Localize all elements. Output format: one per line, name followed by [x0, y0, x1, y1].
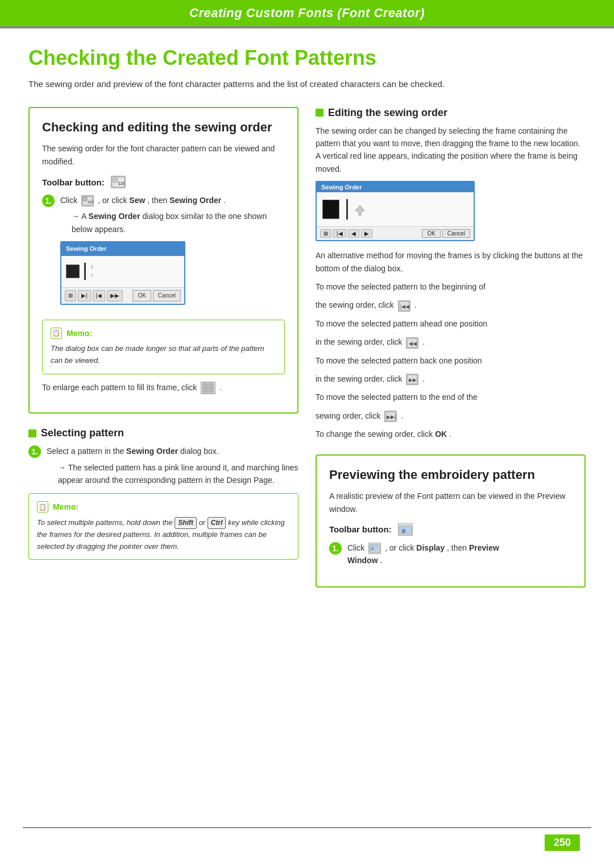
alt-method-text: An alternative method for moving the fra…	[316, 249, 586, 275]
dialog-mini-btn-2[interactable]: ▶|	[78, 290, 91, 301]
dialog-right-btn-2[interactable]: |◀	[333, 229, 346, 238]
selecting-pattern-section: Selecting pattern 1. Select a pattern in…	[28, 427, 298, 560]
step-preview-content: Click ||| , or click Display , then Prev…	[347, 542, 572, 567]
move-ahead-icon: ◀◀	[406, 337, 418, 349]
bottom-border-line	[23, 827, 591, 828]
dialog-swatch-right	[322, 200, 339, 219]
move-ahead-click-para: in the sewing order, click ◀◀ .	[316, 336, 586, 348]
step-1-number: 1.	[42, 195, 55, 207]
dialog-mini-btn-3[interactable]: |◀	[93, 290, 106, 301]
preview-window-bold: Preview	[469, 543, 499, 552]
move-ahead-text: To move the selected pattern ahead one p…	[316, 319, 487, 328]
move-end-text: To move the selected pattern to the end …	[316, 392, 478, 402]
step-select-1: 1. Select a pattern in the Sewing Order …	[28, 445, 298, 486]
dialog-right-btn-4[interactable]: ▶	[361, 229, 372, 238]
move-beginning-text: To move the selected pattern to the begi…	[316, 282, 486, 291]
toolbar-label-text: Toolbar button:	[42, 177, 105, 187]
preview-period: .	[380, 556, 382, 565]
move-end-icon: ▶▶|	[384, 411, 397, 422]
svg-marker-11	[355, 205, 364, 216]
preview-desc: A realistic preview of the Font pattern …	[329, 490, 572, 515]
move-back-para: To move the selected pattern back one po…	[316, 354, 586, 367]
step1-result-arrow: → A	[72, 212, 89, 221]
memo-box-1: 📋 Memo: The dialog box can be made longe…	[42, 320, 285, 374]
page-subtitle: The sewing order and preview of the font…	[28, 78, 586, 91]
change-order-text: To change the sewing order, click	[316, 429, 435, 439]
memo-header-2: 📋 Memo:	[37, 501, 290, 513]
dialog-right-cancel[interactable]: Cancel	[442, 229, 470, 238]
checking-editing-title: Checking and editing the sewing order	[42, 119, 285, 136]
svg-text:|||: |||	[371, 547, 374, 550]
svg-text:▶▶: ▶▶	[409, 377, 417, 383]
step1-sew-bold: Sew	[129, 196, 145, 205]
step1-then-text: , then	[147, 196, 169, 205]
step1-period: .	[223, 196, 226, 205]
click-text: Click	[60, 196, 80, 205]
move-beginning-click-para: the sewing order, click |◀◀ .	[316, 299, 586, 311]
svg-text:123: 123	[88, 200, 93, 204]
memo2-or: or	[199, 518, 208, 527]
page-number-bar: 250	[545, 834, 580, 851]
memo-icon-1: 📋	[51, 328, 62, 339]
dialog-cancel-btn[interactable]: Cancel	[153, 290, 181, 301]
dialog-ok-btn[interactable]: OK	[132, 290, 151, 301]
move-beginning-text2: the sewing order, click	[316, 300, 394, 309]
step1-sewingorder-bold: Sewing Order	[169, 196, 221, 205]
dialog-title-text: Sewing Order	[66, 245, 107, 252]
dialog-mini-btn-4[interactable]: ▶▶	[107, 290, 123, 301]
dialog-btn-row: ⊠ ▶| |◀ ▶▶	[65, 290, 123, 301]
step-preview-1: 1. Click ||| , or click Display ,	[329, 542, 572, 567]
header-bar: Creating Custom Fonts (Font Creator)	[0, 0, 614, 26]
toolbar-button-label: Toolbar button: 123	[42, 176, 285, 188]
move-back-click-para: in the sewing order, click ▶▶ .	[316, 373, 586, 385]
checking-editing-box: Checking and editing the sewing order Th…	[28, 107, 298, 414]
step1-icon: 123	[81, 195, 94, 206]
header-title: Creating Custom Fonts (Font Creator)	[189, 6, 425, 20]
svg-text:▶▶|: ▶▶|	[387, 414, 396, 420]
dialog-line-right	[346, 199, 348, 220]
preview-title: Previewing the embroidery pattern	[329, 467, 572, 483]
preview-click: Click	[347, 543, 367, 552]
svg-text:123: 123	[118, 181, 125, 185]
preview-toolbar-label: Toolbar button: |||	[329, 523, 572, 536]
editing-desc: The sewing order can be changed by selec…	[316, 125, 586, 176]
move-back-text2: in the sewing order, click	[316, 374, 403, 383]
memo-icon-2: 📋	[37, 501, 48, 512]
move-ahead-para: To move the selected pattern ahead one p…	[316, 317, 586, 330]
svg-rect-10	[209, 388, 213, 392]
step-select-text2: dialog box.	[180, 447, 219, 456]
selecting-heading-row: Selecting pattern	[28, 427, 298, 439]
change-order-ok: OK	[435, 429, 447, 439]
preview-then: , then	[447, 543, 469, 552]
move-ahead-text2: in the sewing order, click	[316, 337, 403, 346]
dialog-mini-btn-1[interactable]: ⊠	[65, 290, 76, 301]
memo2-text1: To select multiple patterns, hold down t…	[37, 518, 173, 527]
memo-text-1: The dialog box can be made longer so tha…	[51, 343, 276, 367]
move-end-click-para: sewing order, click ▶▶| .	[316, 410, 586, 422]
memo-label-1: Memo:	[67, 327, 92, 340]
preview-toolbar-icon: |||	[398, 523, 413, 536]
move-end-text2: sewing order, click	[316, 411, 380, 420]
step-select-text: Select a pattern in the	[47, 447, 126, 456]
svg-rect-4	[83, 197, 87, 201]
step-preview-number: 1.	[329, 542, 342, 555]
sewing-order-dialog-left: Sewing Order 1 7	[60, 241, 185, 305]
memo-box-2: 📋 Memo: To select multiple patterns, hol…	[28, 493, 298, 560]
dialog-swatch	[66, 264, 80, 278]
toolbar-button-icon: 123	[111, 176, 126, 188]
step1-result-bold: Sewing Order	[89, 212, 140, 221]
enlarge-para: To enlarge each pattern to fill its fram…	[42, 381, 285, 394]
left-column: Checking and editing the sewing order Th…	[28, 107, 298, 572]
dialog-right-ok[interactable]: OK	[422, 229, 440, 238]
dialog-right-btn-3[interactable]: ◀	[348, 229, 359, 238]
enlarge-period: .	[219, 383, 222, 392]
step-select-1-number: 1.	[28, 445, 41, 458]
dialog-title-right: Sewing Order	[321, 184, 362, 191]
step-1: 1. Click 123 , or click Sew , the	[42, 194, 285, 313]
preview-window-bold2: Window	[347, 556, 378, 565]
svg-text:◀◀: ◀◀	[409, 341, 417, 346]
dialog-right-btn-1[interactable]: ⊠	[320, 229, 331, 238]
preview-step-icon: |||	[368, 543, 381, 554]
editing-green-square	[316, 109, 323, 117]
change-order-end: .	[449, 429, 451, 439]
